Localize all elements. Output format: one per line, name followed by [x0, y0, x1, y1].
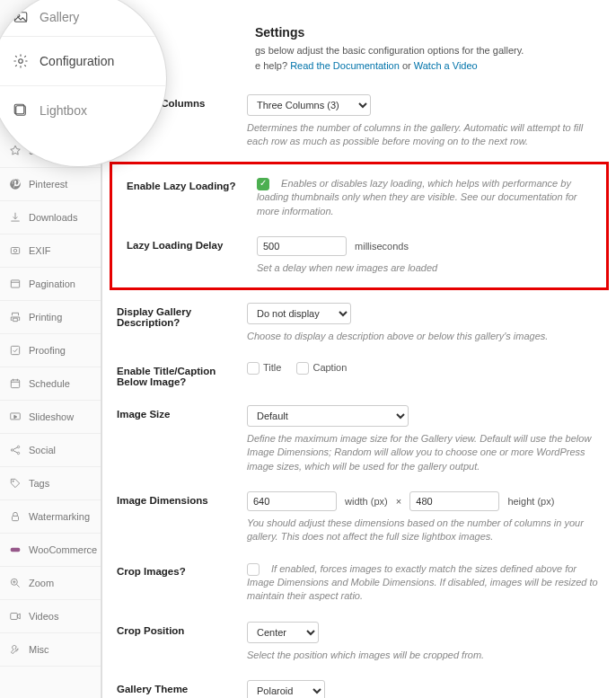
main-panel: Settings gs below adjust the basic confi…	[101, 0, 616, 698]
sidebar-item-social[interactable]: Social	[0, 434, 101, 467]
row-lazy: Enable Lazy Loading? Enables or disables…	[112, 168, 606, 227]
sidebar-item-watermarking[interactable]: Watermarking	[0, 500, 101, 534]
sidebar-item-zoom[interactable]: Zoom	[0, 567, 101, 600]
crop-label: Crop Images?	[117, 562, 229, 577]
sidebar-label: WooCommerce	[29, 544, 97, 555]
row-crop-pos: Crop Position Center Select the position…	[102, 613, 616, 671]
sidebar-label: Watermarking	[29, 511, 90, 522]
row-theme: Gallery Theme Polaroid Sets the theme fo…	[102, 671, 616, 698]
sidebar-label: Pinterest	[29, 179, 67, 190]
woo-icon	[9, 543, 22, 556]
lazy-delay-desc: Set a delay when new images are loaded	[257, 261, 592, 275]
svg-point-1	[13, 249, 17, 252]
display-desc-label: Display Gallery Description?	[117, 303, 229, 328]
svg-point-6	[11, 449, 13, 451]
wrench-icon	[9, 643, 22, 656]
crop-pos-label: Crop Position	[117, 622, 229, 636]
exif-icon	[9, 244, 22, 257]
sidebar-item-printing[interactable]: Printing	[0, 301, 101, 334]
lazy-checkbox[interactable]	[257, 178, 269, 190]
sidebar-item-downloads[interactable]: Downloads	[0, 201, 101, 234]
pinterest-icon	[9, 178, 22, 190]
sidebar-label: Tags	[29, 478, 49, 489]
header-help: e help? Read the Documentation or Watch …	[255, 58, 602, 74]
display-desc-desc: Choose to display a description above or…	[247, 330, 602, 343]
svg-rect-3	[11, 346, 19, 354]
sidebar-item-tags[interactable]: Tags	[0, 467, 101, 500]
svg-rect-11	[11, 548, 21, 552]
svg-rect-10	[13, 516, 19, 520]
doc-link[interactable]: Read the Documentation	[290, 60, 400, 71]
proofing-icon	[9, 344, 22, 357]
crop-desc: If enabled, forces images to exactly mat…	[247, 563, 598, 602]
sidebar-item-slideshow[interactable]: Slideshow	[0, 401, 101, 434]
lock-icon	[9, 510, 22, 523]
sidebar-label: Zoom	[29, 578, 54, 588]
sidebar-item-videos[interactable]: Videos	[0, 600, 101, 633]
height-unit: height (px)	[507, 496, 554, 507]
svg-rect-0	[11, 248, 19, 254]
sidebar-item-woocommerce[interactable]: WooCommerce	[0, 534, 101, 567]
sidebar-label: Schedule	[29, 378, 70, 389]
sidebar-item-exif[interactable]: EXIF	[0, 234, 101, 268]
dimensions-label: Image Dimensions	[117, 491, 229, 506]
lazy-delay-unit: milliseconds	[355, 241, 409, 252]
crop-checkbox[interactable]	[247, 563, 260, 576]
sidebar-item-proofing[interactable]: Proofing	[0, 334, 101, 367]
height-input[interactable]	[409, 491, 499, 511]
zoom-icon	[9, 577, 22, 589]
sidebar-label: EXIF	[29, 245, 50, 256]
mag-item-lightbox[interactable]: Lightbox	[0, 86, 166, 135]
mag-item-configuration[interactable]: Configuration	[0, 37, 166, 86]
svg-rect-2	[11, 280, 19, 287]
settings-header: Settings gs below adjust the basic confi…	[102, 0, 616, 85]
width-input[interactable]	[247, 491, 337, 511]
lazy-delay-input[interactable]	[257, 236, 347, 256]
caption-checkbox[interactable]	[296, 362, 309, 375]
gear-icon	[13, 53, 29, 69]
download-icon	[9, 211, 22, 224]
sidebar-label: Misc	[29, 644, 49, 655]
sidebar-item-pagination[interactable]: Pagination	[0, 268, 101, 301]
share-icon	[9, 444, 22, 456]
title-checkbox[interactable]	[247, 362, 260, 375]
sidebar-label: Pagination	[29, 278, 75, 289]
sidebar-item-schedule[interactable]: Schedule	[0, 367, 101, 401]
sidebar-item-misc[interactable]: Misc	[0, 633, 101, 667]
sidebar-label: Downloads	[29, 212, 77, 223]
mag-label: Lightbox	[40, 103, 87, 118]
dimensions-desc: You should adjust these dimensions based…	[247, 517, 602, 544]
image-size-select[interactable]: Default	[247, 405, 409, 427]
row-dimensions: Image Dimensions width (px) × height (px…	[102, 482, 616, 553]
times-symbol: ×	[396, 496, 401, 507]
lazy-desc: Enables or disables lazy loading, which …	[257, 178, 577, 216]
theme-label: Gallery Theme	[117, 680, 229, 694]
image-size-desc: Define the maximum image size for the Ga…	[247, 432, 602, 473]
svg-point-9	[13, 481, 13, 482]
sidebar-item-pinterest[interactable]: Pinterest	[0, 168, 101, 201]
crop-pos-desc: Select the position which images will be…	[247, 649, 602, 662]
lazy-delay-label: Lazy Loading Delay	[127, 236, 239, 251]
crop-pos-select[interactable]: Center	[247, 622, 319, 643]
caption-check-label[interactable]: Caption	[296, 362, 347, 373]
lightbox-icon	[13, 102, 29, 119]
theme-select[interactable]: Polaroid	[247, 680, 325, 698]
svg-point-7	[17, 446, 19, 447]
columns-select[interactable]: Three Columns (3)	[247, 94, 371, 116]
row-columns: f Gallery Columns Three Columns (3) Dete…	[102, 85, 616, 158]
columns-desc: Determines the number of columns in the …	[247, 121, 602, 149]
svg-rect-4	[11, 380, 19, 388]
title-check-label[interactable]: Title	[247, 362, 281, 373]
pagination-icon	[9, 278, 22, 290]
svg-point-16	[19, 59, 23, 64]
display-desc-select[interactable]: Do not display	[247, 303, 351, 324]
tag-icon	[9, 477, 22, 490]
title-caption-label: Enable Title/Caption Below Image?	[117, 362, 229, 387]
row-image-size: Image Size Default Define the maximum im…	[102, 396, 616, 482]
standalone-icon	[9, 145, 22, 157]
video-link[interactable]: Watch a Video	[414, 60, 478, 71]
lazy-label: Enable Lazy Loading?	[127, 177, 239, 191]
video-icon	[9, 610, 22, 623]
row-title-caption: Enable Title/Caption Below Image? Title …	[102, 353, 616, 396]
highlight-box: Enable Lazy Loading? Enables or disables…	[110, 162, 609, 291]
